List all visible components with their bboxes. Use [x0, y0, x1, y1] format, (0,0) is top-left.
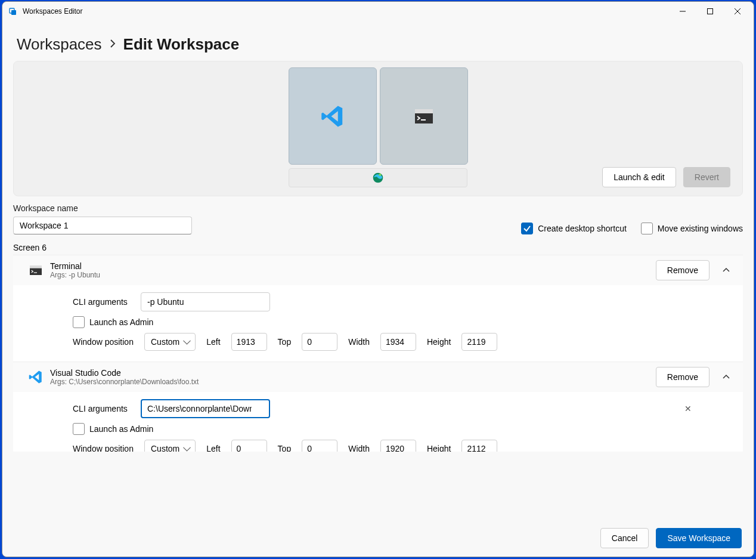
app-row-terminal[interactable]: Terminal Args: -p Ubuntu Remove [13, 255, 743, 285]
vscode-icon [321, 104, 345, 128]
left-input[interactable] [231, 333, 267, 351]
svg-rect-1 [11, 10, 16, 15]
app-name: Terminal [50, 261, 656, 271]
app-icon [8, 7, 18, 16]
revert-button: Revert [683, 167, 730, 187]
close-button[interactable] [724, 2, 751, 21]
chevron-right-icon [109, 39, 116, 50]
clear-icon[interactable]: ✕ [684, 404, 692, 413]
terminal-icon [415, 109, 433, 123]
svg-rect-3 [708, 9, 713, 14]
checkbox-checked-icon [521, 223, 533, 234]
vscode-icon [21, 370, 50, 384]
launch-edit-button[interactable]: Launch & edit [602, 167, 676, 187]
save-workspace-button[interactable]: Save Workspace [656, 528, 742, 548]
checkbox-unchecked-icon [73, 316, 85, 328]
checkbox-unchecked-icon [641, 223, 653, 234]
move-existing-label: Move existing windows [658, 224, 743, 233]
svg-point-10 [379, 174, 381, 176]
height-input[interactable] [461, 440, 497, 452]
create-shortcut-checkbox[interactable]: Create desktop shortcut [521, 223, 627, 234]
width-label: Width [348, 444, 370, 452]
screen-section-title: Screen 6 [13, 243, 743, 252]
cancel-button[interactable]: Cancel [600, 528, 649, 548]
svg-rect-12 [30, 265, 42, 268]
width-input[interactable] [380, 333, 416, 351]
cli-label: CLI arguments [73, 297, 134, 307]
content-area: Launch & edit Revert Workspace name Crea… [2, 61, 754, 520]
height-label: Height [427, 444, 451, 452]
left-input[interactable] [231, 440, 267, 452]
app-window: Workspaces Editor Workspaces Edit Worksp… [2, 1, 754, 557]
width-label: Width [348, 337, 370, 347]
height-label: Height [427, 337, 451, 347]
svg-rect-7 [415, 109, 433, 113]
breadcrumb-root[interactable]: Workspaces [17, 35, 102, 54]
left-label: Left [206, 337, 220, 347]
workspace-name-input[interactable] [13, 217, 192, 234]
app-subtitle: Args: C;\Users\connorplante\Downloads\fo… [50, 378, 656, 386]
height-input[interactable] [461, 333, 497, 351]
minimize-button[interactable] [669, 2, 696, 21]
preview-taskbar [289, 168, 467, 187]
position-combo[interactable]: Custom [144, 440, 196, 452]
launch-admin-label: Launch as Admin [89, 317, 153, 327]
app-subtitle: Args: -p Ubuntu [50, 271, 656, 279]
window-title: Workspaces Editor [23, 7, 669, 16]
launch-admin-label: Launch as Admin [89, 424, 153, 434]
app-body-vscode: CLI arguments ✕ Launch as Admin Window p… [13, 392, 743, 452]
apps-list: Terminal Args: -p Ubuntu Remove CLI argu… [13, 255, 743, 452]
workspace-name-label: Workspace name [13, 203, 192, 213]
bottom-bar: Cancel Save Workspace [2, 520, 754, 557]
top-label: Top [278, 444, 292, 452]
width-input[interactable] [380, 440, 416, 452]
checkbox-unchecked-icon [73, 423, 85, 435]
preview-tile-terminal[interactable] [380, 67, 468, 165]
chevron-up-icon[interactable] [718, 369, 735, 385]
create-shortcut-label: Create desktop shortcut [538, 224, 627, 233]
cli-label: CLI arguments [73, 404, 134, 413]
window-position-label: Window position [73, 337, 134, 347]
launch-admin-checkbox[interactable]: Launch as Admin [73, 316, 153, 328]
layout-preview: Launch & edit Revert [13, 61, 743, 196]
move-existing-checkbox[interactable]: Move existing windows [641, 223, 743, 234]
page-title: Edit Workspace [123, 35, 240, 54]
left-label: Left [206, 444, 220, 452]
preview-tile-vscode[interactable] [289, 67, 377, 165]
title-bar: Workspaces Editor [2, 2, 754, 21]
remove-button[interactable]: Remove [656, 367, 709, 387]
cli-input[interactable] [141, 399, 270, 418]
position-combo[interactable]: Custom [144, 333, 196, 351]
top-input[interactable] [302, 440, 337, 452]
remove-button[interactable]: Remove [656, 260, 709, 280]
launch-admin-checkbox[interactable]: Launch as Admin [73, 423, 153, 435]
top-label: Top [278, 337, 292, 347]
top-input[interactable] [302, 333, 337, 351]
chevron-up-icon[interactable] [718, 262, 735, 279]
cli-input[interactable] [141, 292, 270, 311]
window-position-label: Window position [73, 444, 134, 452]
app-name: Visual Studio Code [50, 368, 656, 378]
edge-icon [372, 172, 384, 184]
app-body-terminal: CLI arguments Launch as Admin Window pos… [13, 285, 743, 362]
breadcrumb: Workspaces Edit Workspace [2, 21, 754, 61]
app-row-vscode[interactable]: Visual Studio Code Args: C;\Users\connor… [13, 362, 743, 392]
maximize-button[interactable] [696, 2, 724, 21]
terminal-icon [21, 265, 50, 275]
